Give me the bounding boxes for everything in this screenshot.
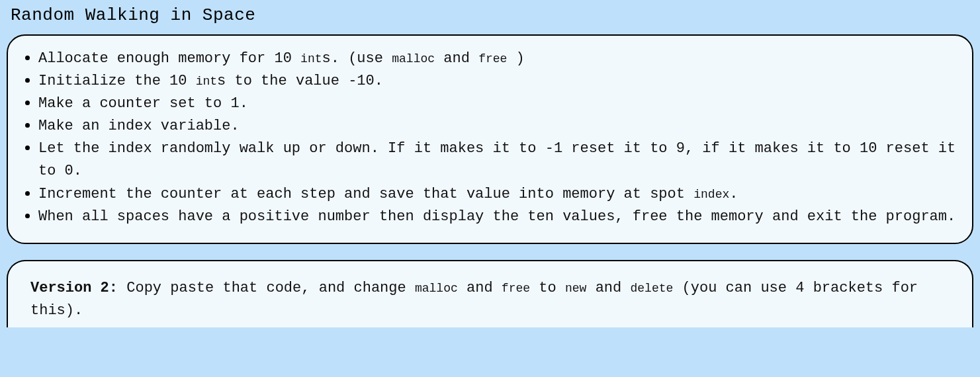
code-fragment: new — [565, 282, 586, 295]
code-fragment: free — [478, 52, 507, 65]
instructions-list: Allocate enough memory for 10 ints. (use… — [22, 48, 958, 228]
text-fragment: s. (use — [322, 50, 392, 67]
code-fragment: malloc — [392, 52, 435, 65]
version2-box: Version 2: Copy paste that code, and cha… — [7, 260, 973, 327]
list-item: Make an index variable. — [22, 115, 958, 138]
text-fragment: and — [458, 280, 502, 296]
text-fragment: Allocate enough memory for 10 — [38, 50, 300, 67]
text-fragment: Increment the counter at each step and s… — [38, 186, 693, 202]
text-fragment: to — [530, 280, 565, 296]
text-fragment: Initialize the 10 — [38, 73, 196, 89]
list-item: Make a counter set to 1. — [22, 93, 958, 115]
text-fragment: When all spaces have a positive number t… — [38, 208, 956, 225]
list-item: When all spaces have a positive number t… — [22, 206, 958, 228]
text-fragment: Make an index variable. — [38, 118, 240, 134]
code-fragment: index — [693, 188, 729, 201]
text-fragment: Copy paste that code, and change — [118, 280, 415, 296]
list-item: Let the index randomly walk up or down. … — [22, 138, 958, 183]
page-title: Random Walking in Space — [0, 0, 980, 34]
text-fragment: Make a counter set to 1. — [38, 95, 248, 112]
text-fragment: ) — [507, 50, 524, 67]
text-fragment: and — [435, 50, 478, 67]
text-fragment: s to the value -10. — [217, 73, 383, 89]
code-fragment: delete — [630, 282, 673, 295]
code-fragment: int — [196, 75, 217, 88]
version2-label: Version 2: — [30, 280, 118, 296]
instructions-box: Allocate enough memory for 10 ints. (use… — [7, 34, 973, 244]
code-fragment: malloc — [415, 282, 458, 295]
list-item: Increment the counter at each step and s… — [22, 183, 958, 206]
text-fragment: . — [729, 186, 738, 202]
code-fragment: free — [502, 282, 530, 295]
list-item: Initialize the 10 ints to the value -10. — [22, 70, 958, 93]
text-fragment: Let the index randomly walk up or down. … — [38, 140, 956, 179]
text-fragment: and — [586, 280, 630, 296]
list-item: Allocate enough memory for 10 ints. (use… — [22, 48, 958, 70]
code-fragment: int — [300, 52, 322, 65]
